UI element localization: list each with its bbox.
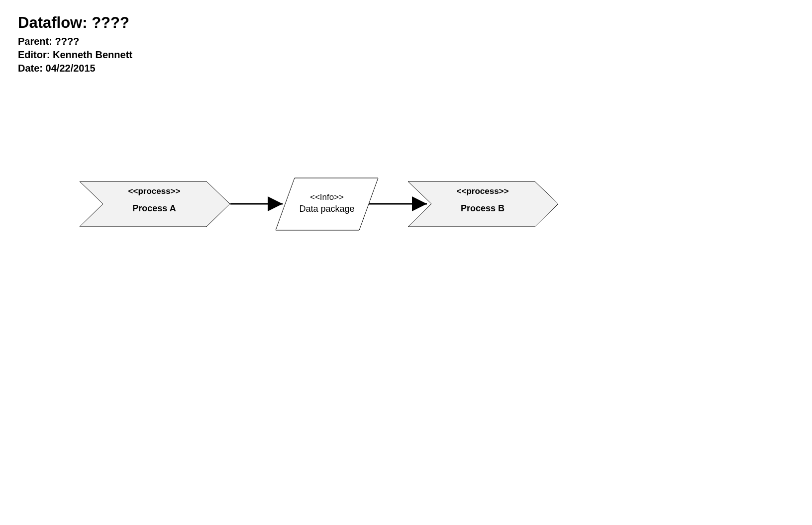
process-a-label: Process A: [132, 203, 176, 213]
node-process-b: <<process>> Process B: [408, 181, 558, 227]
node-process-a: <<process>> Process A: [80, 181, 230, 227]
node-info: <<Info>> Data package: [276, 178, 378, 230]
info-label: Data package: [299, 204, 354, 214]
dataflow-canvas: <<process>> Process A <<Info>> Data pack…: [0, 0, 812, 525]
info-stereotype: <<Info>>: [310, 192, 344, 202]
process-b-label: Process B: [461, 203, 505, 213]
process-b-stereotype: <<process>>: [457, 186, 509, 196]
process-a-stereotype: <<process>>: [128, 186, 181, 196]
